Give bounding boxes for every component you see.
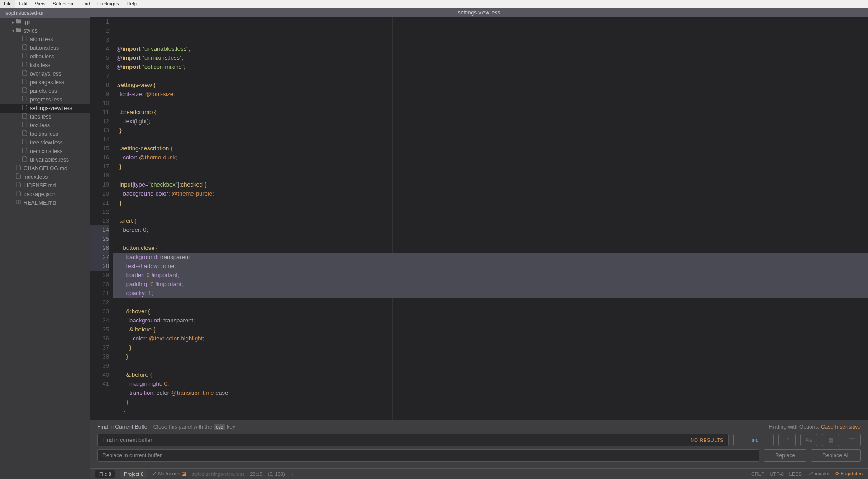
code-line[interactable]	[113, 235, 868, 244]
file-tree-sidebar[interactable]: sophisticated-ui ▸.git▾stylesatom.lessbu…	[0, 8, 90, 479]
tree-folder[interactable]: ▸.git	[0, 18, 90, 27]
code-line[interactable]: margin-right: 0;	[113, 379, 868, 388]
code-line[interactable]: }	[113, 398, 868, 407]
code-line[interactable]: &:before {	[113, 370, 868, 379]
cursor-position[interactable]: 28:18	[250, 471, 262, 477]
tree-file[interactable]: lists.less	[0, 61, 90, 70]
tree-folder[interactable]: ▾styles	[0, 27, 90, 35]
replace-button[interactable]: Replace	[764, 449, 806, 462]
menu-selection[interactable]: Selection	[49, 0, 76, 8]
tree-file[interactable]: ui-mixins.less	[0, 147, 90, 156]
code-line[interactable]	[113, 99, 868, 108]
code-line[interactable]: &:before {	[113, 325, 868, 334]
regex-toggle[interactable]: .*	[778, 434, 796, 446]
line-number[interactable]: 19	[90, 180, 109, 189]
line-number[interactable]: 13	[90, 126, 109, 135]
git-branch[interactable]: ⎇ master	[807, 471, 830, 477]
tree-file[interactable]: editor.less	[0, 53, 90, 61]
tree-file[interactable]: ui-variables.less	[0, 156, 90, 164]
line-number[interactable]: 3	[90, 35, 109, 44]
code-line[interactable]: &:hover {	[113, 307, 868, 316]
tab-active[interactable]: settings-view.less	[458, 10, 500, 16]
code-line[interactable]: color: @theme-dusk;	[113, 153, 868, 162]
code-line[interactable]	[113, 361, 868, 370]
code-line[interactable]	[113, 298, 868, 307]
code-line[interactable]	[113, 171, 868, 180]
code-line[interactable]: input[type="checkbox"]:checked {	[113, 180, 868, 189]
deprecation-project[interactable]: Project 0	[120, 470, 147, 478]
code-line[interactable]: @import "ui-mixins.less";	[113, 53, 868, 62]
line-ending[interactable]: CRLF	[751, 471, 764, 477]
tree-file[interactable]: CHANGELOG.md	[0, 164, 90, 173]
deprecation-file[interactable]: File 0	[95, 470, 115, 478]
menu-find[interactable]: Find	[77, 0, 94, 8]
line-number[interactable]: 37	[90, 343, 109, 352]
tree-file[interactable]: README.md	[0, 199, 90, 207]
line-number[interactable]: 34	[90, 316, 109, 325]
line-number[interactable]: 36	[90, 334, 109, 343]
code-line[interactable]: }	[113, 162, 868, 171]
code-line[interactable]: background: transparent;	[113, 253, 868, 262]
line-number[interactable]: 2	[90, 26, 109, 35]
menu-edit[interactable]: Edit	[15, 0, 31, 8]
line-number[interactable]: 4	[90, 44, 109, 53]
code-line[interactable]: font-size: @font-size;	[113, 90, 868, 99]
line-number[interactable]: 7	[90, 72, 109, 81]
line-number[interactable]: 5	[90, 53, 109, 62]
updates-badge[interactable]: ⟳ 8 updates	[835, 471, 863, 477]
tree-file[interactable]: packages.less	[0, 78, 90, 87]
menu-file[interactable]: File	[0, 0, 15, 8]
line-number[interactable]: 27	[90, 253, 109, 262]
code-line[interactable]: }	[113, 198, 868, 207]
line-number[interactable]: 30	[90, 280, 109, 289]
code-line[interactable]: @import "ui-variables.less";	[113, 44, 868, 53]
code-line[interactable]: .breadcrumb {	[113, 108, 868, 117]
replace-input[interactable]: Replace in current buffer	[97, 449, 759, 462]
tree-file[interactable]: LICENSE.md	[0, 182, 90, 190]
tree-file[interactable]: buttons.less	[0, 44, 90, 53]
find-input[interactable]: Find in current buffer NO RESULTS	[97, 434, 729, 446]
tree-file[interactable]: text.less	[0, 121, 90, 130]
line-number[interactable]: 33	[90, 307, 109, 316]
menu-packages[interactable]: Packages	[94, 0, 123, 8]
tree-file[interactable]: overlays.less	[0, 70, 90, 78]
file-path[interactable]: styles\settings-view.less	[191, 471, 244, 477]
line-number[interactable]: 21	[90, 198, 109, 207]
menu-view[interactable]: View	[31, 0, 49, 8]
selection-count[interactable]: (5, 130)	[268, 471, 285, 477]
line-number[interactable]: 16	[90, 153, 109, 162]
code-line[interactable]: .setting-description {	[113, 144, 868, 153]
code-line[interactable]: }	[113, 343, 868, 352]
code-line[interactable]: .settings-view {	[113, 81, 868, 90]
encoding[interactable]: UTF-8	[770, 471, 784, 477]
tree-file[interactable]: tooltips.less	[0, 130, 90, 139]
code-line[interactable]: @import "octicon-mixins";	[113, 62, 868, 72]
line-number[interactable]: 15	[90, 144, 109, 153]
tree-file[interactable]: atom.less	[0, 35, 90, 44]
code-line[interactable]: border: 0 !important;	[113, 271, 868, 280]
tree-file[interactable]: tree-view.less	[0, 139, 90, 147]
tree-file[interactable]: progress.less	[0, 96, 90, 104]
line-number[interactable]: 17	[90, 162, 109, 171]
grammar[interactable]: LESS	[789, 471, 802, 477]
find-options-value[interactable]: Case Insensitive	[821, 424, 861, 430]
line-number[interactable]: 1	[90, 17, 109, 26]
tree-file[interactable]: tabs.less	[0, 113, 90, 121]
line-number[interactable]: 22	[90, 207, 109, 216]
line-number[interactable]: 35	[90, 325, 109, 334]
code-line[interactable]: opacity: 1;	[113, 289, 868, 298]
tree-file[interactable]: package.json	[0, 190, 90, 199]
code-line[interactable]: color: @text-color-highlight;	[113, 334, 868, 343]
case-toggle[interactable]: Aa	[800, 434, 817, 446]
whole-word-toggle[interactable]: "“"	[844, 434, 861, 446]
code-line[interactable]: }	[113, 126, 868, 135]
code-line[interactable]: .alert {	[113, 216, 868, 225]
line-number[interactable]: 32	[90, 298, 109, 307]
code-line[interactable]: text-shadow: none;	[113, 262, 868, 271]
tree-file[interactable]: panels.less	[0, 87, 90, 96]
code-line[interactable]: button.close {	[113, 244, 868, 253]
selection-toggle[interactable]: ▦	[822, 434, 839, 446]
project-root[interactable]: sophisticated-ui	[0, 8, 90, 18]
tree-file[interactable]: index.less	[0, 173, 90, 182]
line-number[interactable]: 10	[90, 99, 109, 108]
